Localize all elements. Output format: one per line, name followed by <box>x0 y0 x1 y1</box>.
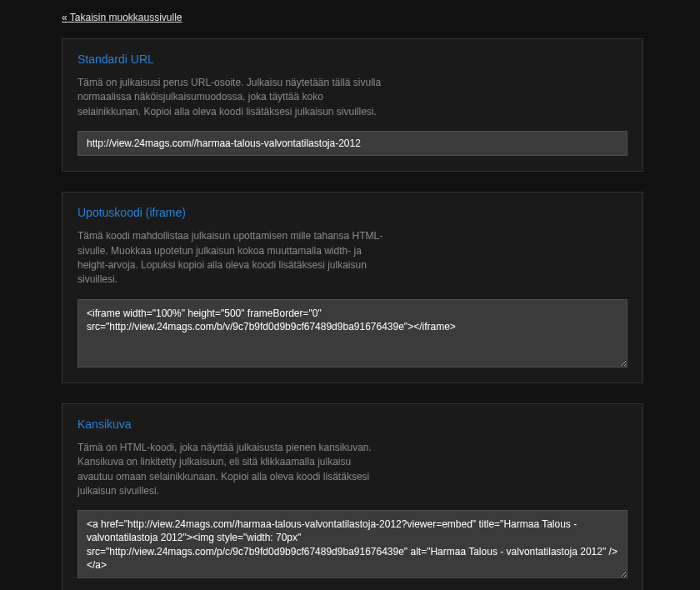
cover-code-textarea[interactable] <box>78 510 628 578</box>
panel-standard-url: Standardi URL Tämä on julkaisusi perus U… <box>62 38 643 172</box>
panel-description: Tämä koodi mahdollistaa julkaisun upotta… <box>78 229 386 288</box>
back-link[interactable]: « Takaisin muokkaussivulle <box>62 12 182 23</box>
standard-url-input[interactable] <box>78 131 628 156</box>
panel-iframe-code: Upotuskoodi (iframe) Tämä koodi mahdolli… <box>62 192 643 383</box>
panel-title: Upotuskoodi (iframe) <box>78 206 628 219</box>
panel-title: Kansikuva <box>78 418 628 431</box>
iframe-code-textarea[interactable] <box>78 299 628 368</box>
panel-title: Standardi URL <box>78 52 628 66</box>
panel-description: Tämä on HTML-koodi, joka näyttää julkais… <box>78 441 386 499</box>
panel-cover-image: Kansikuva Tämä on HTML-koodi, joka näytt… <box>62 403 643 590</box>
panel-description: Tämä on julkaisusi perus URL-osoite. Jul… <box>78 76 386 119</box>
